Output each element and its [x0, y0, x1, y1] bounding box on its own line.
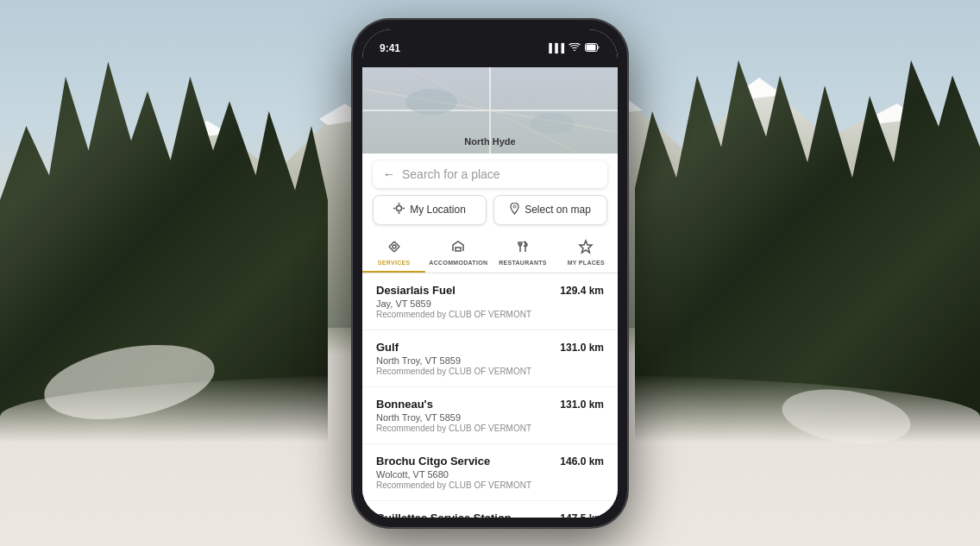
tab-services-label: SERVICES: [378, 260, 411, 266]
list-item-header: Bonneau's 131.0 km: [376, 398, 604, 411]
search-area: ← Search for a place: [362, 154, 618, 232]
list-item-header: Guillettes Service Station 147.5 km: [376, 511, 604, 518]
tabs-bar: SERVICES ACCOMMODATION: [362, 232, 618, 273]
status-time: 9:41: [380, 42, 400, 54]
map-pin-icon: [510, 203, 519, 217]
my-location-button[interactable]: My Location: [373, 195, 487, 225]
place-distance: 147.5 km: [560, 512, 604, 518]
place-recommended: Recommended by CLUB OF VERMONT: [376, 367, 604, 376]
phone-screen: 9:41 ▐▐▐: [362, 29, 618, 518]
battery-icon: [585, 43, 600, 53]
tab-services[interactable]: SERVICES: [362, 232, 425, 273]
svg-point-22: [513, 205, 516, 208]
svg-point-27: [393, 245, 396, 248]
select-on-map-label: Select on map: [525, 204, 591, 216]
map-area: North Hyde: [362, 67, 618, 154]
svg-point-17: [397, 206, 402, 211]
place-recommended: Recommended by CLUB OF VERMONT: [376, 480, 604, 490]
place-recommended: Recommended by CLUB OF VERMONT: [376, 310, 604, 319]
svg-point-16: [531, 113, 574, 134]
place-name: Guillettes Service Station: [376, 511, 512, 518]
place-distance: 129.4 km: [560, 285, 604, 297]
place-name: Bonneau's: [376, 398, 433, 411]
tab-my-places[interactable]: MY PLACES: [555, 232, 618, 273]
phone-content: North Hyde ← Search for a place: [362, 67, 618, 518]
tab-my-places-label: MY PLACES: [568, 260, 605, 266]
places-list: Desiarlais Fuel 129.4 km Jay, VT 5859 Re…: [362, 273, 618, 518]
svg-point-15: [405, 89, 457, 115]
svg-marker-32: [580, 241, 592, 253]
search-placeholder: Search for a place: [402, 167, 597, 181]
tab-accommodation-label: ACCOMMODATION: [429, 260, 487, 266]
accommodation-icon: [450, 239, 466, 258]
place-name: Desiarlais Fuel: [376, 284, 455, 297]
tab-accommodation[interactable]: ACCOMMODATION: [425, 232, 491, 273]
search-bar[interactable]: ← Search for a place: [373, 160, 607, 188]
place-address: Wolcott, VT 5680: [376, 469, 604, 480]
place-name: Gulf: [376, 341, 399, 354]
map-location-label: North Hyde: [464, 136, 515, 147]
list-item[interactable]: Desiarlais Fuel 129.4 km Jay, VT 5859 Re…: [362, 273, 618, 330]
tab-restaurants-label: RESTAURANTS: [499, 260, 547, 266]
restaurants-icon: [515, 239, 531, 258]
svg-rect-28: [455, 248, 461, 251]
phone-wrapper: 9:41 ▐▐▐: [352, 19, 628, 528]
place-address: North Troy, VT 5859: [376, 412, 604, 423]
list-item[interactable]: Guillettes Service Station 147.5 km Newp…: [362, 501, 618, 518]
svg-rect-9: [587, 44, 596, 50]
location-buttons: My Location Select on map: [373, 195, 607, 225]
crosshair-icon: [393, 203, 405, 217]
tab-restaurants[interactable]: RESTAURANTS: [491, 232, 554, 273]
star-icon: [578, 239, 594, 258]
list-item-header: Gulf 131.0 km: [376, 341, 604, 354]
place-address: Jay, VT 5859: [376, 298, 604, 309]
place-distance: 146.0 km: [560, 455, 604, 468]
list-item[interactable]: Bonneau's 131.0 km North Troy, VT 5859 R…: [362, 387, 618, 444]
select-on-map-button[interactable]: Select on map: [493, 195, 607, 225]
list-item[interactable]: Brochu Citgo Service 146.0 km Wolcott, V…: [362, 444, 618, 501]
place-distance: 131.0 km: [560, 399, 604, 411]
status-icons: ▐▐▐: [546, 43, 600, 53]
status-bar: 9:41 ▐▐▐: [362, 29, 618, 67]
signal-icon: ▐▐▐: [546, 43, 564, 53]
list-item-header: Brochu Citgo Service 146.0 km: [376, 455, 604, 468]
place-distance: 131.0 km: [560, 342, 604, 354]
services-icon: [386, 239, 402, 258]
place-name: Brochu Citgo Service: [376, 455, 490, 468]
place-recommended: Recommended by CLUB OF VERMONT: [376, 424, 604, 433]
phone-device: 9:41 ▐▐▐: [352, 19, 628, 528]
list-item-header: Desiarlais Fuel 129.4 km: [376, 284, 604, 297]
notch: [455, 36, 525, 55]
back-icon[interactable]: ←: [383, 167, 395, 181]
place-address: North Troy, VT 5859: [376, 355, 604, 366]
my-location-label: My Location: [410, 204, 466, 216]
wifi-icon: [569, 43, 581, 53]
list-item[interactable]: Gulf 131.0 km North Troy, VT 5859 Recomm…: [362, 330, 618, 387]
